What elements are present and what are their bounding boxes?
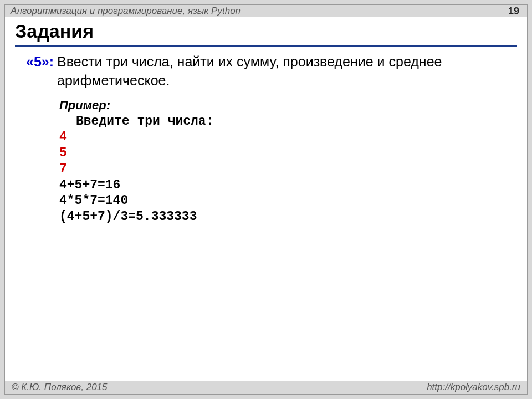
header-area: Задания	[5, 17, 527, 47]
page-number: 19	[508, 6, 519, 17]
footer: © К.Ю. Поляков, 2015 http://kpolyakov.sp…	[5, 381, 527, 394]
code-input-1: 5	[59, 145, 516, 161]
code-block: Введите три числа: 4 5 7 4+5+7=16 4*5*7=…	[59, 114, 516, 225]
code-output-2: (4+5+7)/3=5.333333	[59, 209, 516, 225]
footer-copyright: © К.Ю. Поляков, 2015	[12, 382, 108, 393]
course-title: Алгоритмизация и программирование, язык …	[11, 6, 241, 17]
code-output-0: 4+5+7=16	[59, 177, 516, 193]
task-line: «5»: Ввести три числа, найти их сумму, п…	[26, 53, 516, 90]
slide-container: Алгоритмизация и программирование, язык …	[4, 4, 528, 395]
top-bar: Алгоритмизация и программирование, язык …	[5, 5, 527, 17]
footer-url: http://kpolyakov.spb.ru	[427, 382, 520, 393]
grade-label: «5»:	[26, 53, 54, 71]
code-output-1: 4*5*7=140	[59, 193, 516, 209]
code-input-0: 4	[59, 129, 516, 145]
slide-title: Задания	[15, 21, 517, 47]
content-area: «5»: Ввести три числа, найти их сумму, п…	[5, 47, 527, 225]
task-description: Ввести три числа, найти их сумму, произв…	[54, 53, 516, 90]
example-label: Пример:	[59, 98, 516, 112]
code-prompt: Введите три числа:	[59, 114, 516, 130]
code-input-2: 7	[59, 161, 516, 177]
